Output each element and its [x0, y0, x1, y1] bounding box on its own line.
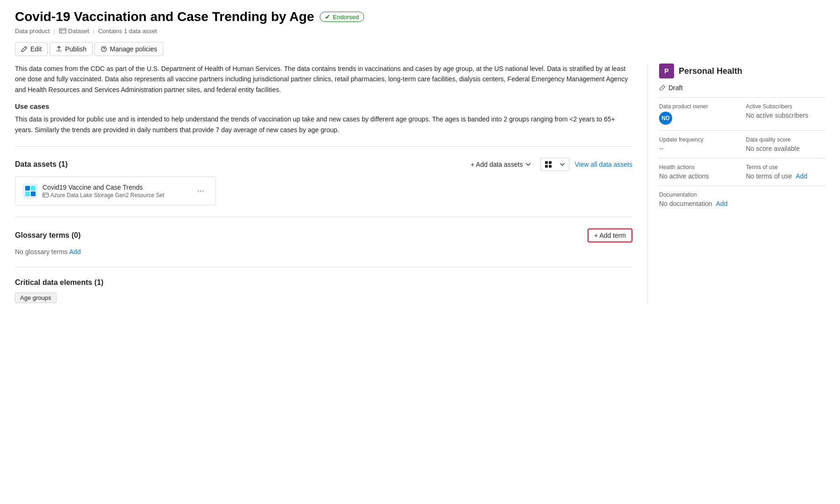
data-assets-section-header: Data assets (1) + Add data assets	[15, 158, 632, 171]
edit-button[interactable]: Edit	[15, 42, 48, 56]
rp-owner-field: Data product owner ND	[659, 103, 739, 125]
divider-2	[15, 217, 632, 217]
rp-divider-4	[659, 185, 825, 186]
svg-rect-6	[549, 161, 552, 164]
data-asset-card: Covid19 Vaccine and Case Trends Azure Da…	[15, 177, 216, 206]
rp-divider-3	[659, 158, 825, 158]
data-assets-actions: + Add data assets	[467, 158, 632, 171]
glossary-title: Glossary terms (0)	[15, 231, 81, 240]
rp-grid-3: Health actions No active actions Terms o…	[659, 164, 825, 180]
publish-icon	[56, 46, 62, 52]
svg-rect-11	[31, 186, 36, 191]
manage-policies-icon	[101, 46, 107, 52]
svg-rect-13	[31, 192, 36, 196]
rp-health-actions-field: Health actions No active actions	[659, 164, 739, 180]
rp-documentation-field: Documentation No documentation Add	[659, 192, 825, 207]
divider-1	[15, 146, 632, 147]
asset-type: Azure Data Lake Storage Gen2 Resource Se…	[43, 192, 164, 199]
edit-icon	[21, 46, 28, 52]
asset-type-icon	[43, 192, 49, 198]
chevron-down-icon	[525, 162, 531, 167]
svg-rect-12	[25, 192, 30, 196]
data-product-type: Data product	[15, 28, 50, 35]
rp-status: Draft	[659, 84, 825, 92]
no-glossary-text: No glossary terms Add	[15, 248, 632, 256]
grid-icon	[545, 161, 552, 168]
dataset-label: Dataset	[59, 27, 89, 35]
add-data-assets-button[interactable]: + Add data assets	[467, 159, 535, 170]
svg-rect-8	[549, 165, 552, 168]
rp-update-freq-field: Update frequency --	[659, 136, 739, 152]
view-toggle	[540, 158, 569, 171]
svg-rect-5	[545, 161, 548, 164]
view-all-data-assets-link[interactable]: View all data assets	[575, 161, 632, 168]
add-term-button[interactable]: + Add term	[588, 228, 632, 242]
data-assets-title: Data assets (1)	[15, 160, 68, 169]
publish-button[interactable]: Publish	[50, 42, 93, 56]
cde-section-header: Critical data elements (1)	[15, 278, 632, 287]
glossary-section-header: Glossary terms (0) + Add term	[15, 228, 632, 242]
chevron-down-icon-2	[560, 162, 565, 167]
use-cases-text: This data is provided for public use and…	[15, 114, 632, 135]
terms-add-link[interactable]: Add	[796, 172, 807, 180]
page-meta: Data product | Dataset | Contains 1 data…	[15, 27, 825, 35]
more-options-button[interactable]: ···	[194, 184, 208, 198]
right-panel: P Personal Health Draft Data product own…	[647, 64, 825, 303]
page-title: Covid-19 Vaccination and Case Trending b…	[15, 9, 314, 24]
divider-3	[15, 267, 632, 267]
rp-grid-2: Update frequency -- Data quality score N…	[659, 136, 825, 152]
pencil-icon	[659, 85, 666, 91]
svg-rect-7	[545, 165, 548, 168]
chevron-view-button[interactable]	[556, 159, 569, 170]
dataset-icon	[59, 27, 66, 35]
cde-tag: Age groups	[15, 292, 57, 303]
glossary-add-link[interactable]: Add	[69, 248, 81, 256]
manage-policies-button[interactable]: Manage policies	[94, 42, 163, 56]
domain-logo: P	[659, 64, 674, 78]
left-panel: This data comes from the CDC as part of …	[15, 64, 632, 303]
contains-label: Contains 1 data asset	[98, 28, 157, 35]
asset-icon	[23, 184, 38, 199]
owner-avatar: ND	[659, 112, 672, 125]
svg-point-4	[103, 50, 104, 51]
svg-rect-10	[25, 186, 30, 191]
description-text: This data comes from the CDC as part of …	[15, 64, 632, 95]
rp-divider-2	[659, 130, 825, 131]
toolbar: Edit Publish Manage policies	[15, 42, 825, 56]
rp-header: P Personal Health	[659, 64, 825, 78]
rp-terms-field: Terms of use No terms of use Add	[746, 164, 826, 180]
documentation-add-link[interactable]: Add	[716, 200, 728, 207]
use-cases-title: Use cases	[15, 102, 632, 110]
grid-view-button[interactable]	[541, 158, 556, 170]
cde-tags: Age groups	[15, 292, 632, 303]
rp-grid: Data product owner ND Active Subscribers…	[659, 103, 825, 125]
check-icon: ✔	[325, 13, 330, 21]
svg-rect-14	[43, 193, 49, 197]
domain-name: Personal Health	[679, 66, 742, 76]
svg-rect-9	[23, 184, 38, 199]
rp-quality-score-field: Data quality score No score available	[746, 136, 826, 152]
endorsed-badge: ✔ Endorsed	[320, 12, 364, 22]
rp-subscribers-field: Active Subscribers No active subscribers	[746, 103, 826, 125]
rp-divider-1	[659, 97, 825, 98]
svg-rect-0	[59, 28, 66, 33]
cde-title: Critical data elements (1)	[15, 278, 103, 287]
asset-name: Covid19 Vaccine and Case Trends	[43, 184, 164, 191]
